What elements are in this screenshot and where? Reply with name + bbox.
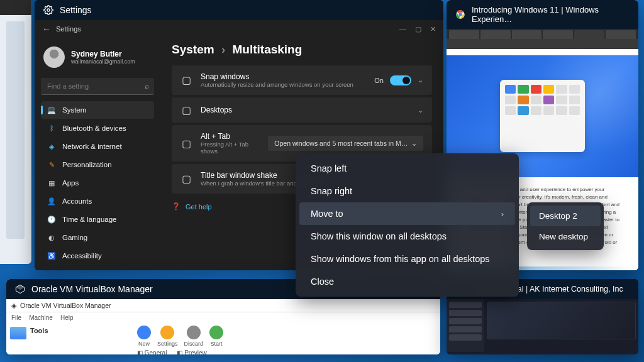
menu-item-file[interactable]: File bbox=[11, 314, 21, 321]
browser-tab-active[interactable] bbox=[574, 30, 604, 39]
browser-tab[interactable] bbox=[606, 30, 636, 39]
avatar bbox=[43, 47, 65, 68]
browser-tab[interactable] bbox=[543, 30, 573, 39]
tools-icon bbox=[10, 327, 26, 339]
inner-title-label: Oracle VM VirtualBox Manager bbox=[20, 302, 111, 309]
back-icon[interactable]: ← bbox=[42, 24, 51, 34]
context-item-show-this-window-on-all-desktops[interactable]: Show this window on all desktops bbox=[299, 225, 515, 248]
menu-item-help[interactable]: Help bbox=[60, 314, 74, 321]
context-item-snap-right[interactable]: Snap right bbox=[299, 180, 515, 202]
app-tile bbox=[531, 96, 541, 104]
app-tile bbox=[556, 85, 567, 94]
context-item-move-to[interactable]: Move to› bbox=[299, 202, 515, 225]
tab-general[interactable]: ◧ General bbox=[137, 349, 167, 354]
app-tile bbox=[518, 106, 528, 115]
context-item-snap-left[interactable]: Snap left bbox=[299, 157, 515, 180]
app-tile bbox=[505, 106, 516, 115]
window-header-edge: Introducing Windows 11 | Windows Experie… bbox=[447, 0, 638, 29]
nav-label: Network & internet bbox=[62, 143, 122, 150]
sidebar-item-apps[interactable]: ▦Apps bbox=[41, 174, 154, 192]
app-tile bbox=[531, 85, 541, 94]
menu-item-machine[interactable]: Machine bbox=[29, 314, 53, 321]
sidebar-item-privacy-security[interactable]: 🛡Privacy & security bbox=[41, 265, 154, 270]
discard-icon bbox=[187, 326, 201, 339]
slack-sidebar-item[interactable] bbox=[449, 326, 482, 332]
chevron-right-icon: › bbox=[501, 209, 504, 219]
tools-label[interactable]: Tools bbox=[30, 327, 48, 334]
sidebar-item-personalization[interactable]: ✎Personalization bbox=[41, 156, 154, 173]
nav-label: System bbox=[62, 106, 86, 114]
window-title: Oracle VM VirtualBox Manager bbox=[31, 284, 153, 294]
browser-toolbar bbox=[447, 39, 638, 49]
maximize-icon[interactable]: ▢ bbox=[415, 25, 421, 33]
close-icon[interactable]: ✕ bbox=[430, 25, 436, 33]
sidebar-item-network-internet[interactable]: ◈Network & internet bbox=[41, 138, 154, 155]
dropdown-select[interactable]: Open windows and 5 most recent tabs in M… bbox=[268, 136, 423, 151]
submenu-item-desktop-[interactable]: Desktop 2 bbox=[530, 206, 601, 226]
nav-icon: 🛡 bbox=[47, 270, 56, 270]
browser-url-bar[interactable] bbox=[447, 49, 638, 55]
settings-titlebar: ← Settings — ▢ ✕ bbox=[35, 20, 443, 38]
slack-sidebar-item[interactable] bbox=[449, 318, 482, 324]
user-profile[interactable]: Sydney Butler wallmaniacal@gmail.com bbox=[41, 43, 154, 72]
slack-sidebar-item[interactable] bbox=[449, 310, 482, 316]
setting-row[interactable]: ▢Desktops⌄ bbox=[172, 97, 432, 123]
browser-tab-strip bbox=[447, 29, 638, 39]
nav-icon: 👤 bbox=[47, 197, 56, 206]
submenu-item-new-desktop[interactable]: New desktop bbox=[530, 226, 601, 247]
sidebar-item-gaming[interactable]: ◐Gaming bbox=[41, 229, 154, 246]
action-label: Discard bbox=[184, 341, 204, 347]
settings-titlebar-label: Settings bbox=[56, 25, 81, 33]
app-tile bbox=[569, 96, 580, 104]
breadcrumb-root[interactable]: System bbox=[172, 43, 214, 56]
slack-sidebar-item[interactable] bbox=[449, 302, 482, 308]
search-icon[interactable]: ⌕ bbox=[145, 82, 149, 90]
app-tile bbox=[543, 85, 554, 94]
toolbar-button-start[interactable]: Start bbox=[209, 326, 223, 347]
user-email: wallmaniacal@gmail.com bbox=[71, 58, 135, 65]
settings-icon bbox=[160, 326, 174, 339]
context-label: Snap left bbox=[311, 163, 347, 173]
browser-tab[interactable] bbox=[512, 30, 542, 39]
tab-preview[interactable]: ◧ Preview bbox=[177, 349, 206, 354]
new-icon bbox=[137, 326, 151, 339]
virtualbox-icon bbox=[15, 284, 25, 294]
nav-icon: ᛒ bbox=[47, 124, 56, 133]
context-label: Show this window on all desktops bbox=[311, 231, 447, 241]
sidebar-item-accessibility[interactable]: ♿Accessibility bbox=[41, 247, 154, 265]
toolbar-button-settings[interactable]: Settings bbox=[157, 326, 178, 347]
help-icon: ❓ bbox=[172, 202, 180, 211]
toolbar-button-discard[interactable]: Discard bbox=[184, 326, 204, 347]
app-tile bbox=[543, 96, 554, 104]
svg-point-2 bbox=[458, 13, 462, 16]
context-item-close[interactable]: Close bbox=[299, 270, 515, 293]
nav-label: Accessibility bbox=[62, 252, 102, 260]
setting-row[interactable]: ▢Snap windowsAutomatically resize and ar… bbox=[172, 65, 432, 95]
browser-tab[interactable] bbox=[449, 30, 479, 39]
search-input[interactable] bbox=[41, 78, 154, 95]
sidebar-item-bluetooth-devices[interactable]: ᛒBluetooth & devices bbox=[41, 119, 154, 137]
slack-sidebar-item[interactable] bbox=[449, 334, 482, 341]
chevron-down-icon[interactable]: ⌄ bbox=[418, 106, 423, 114]
sidebar-item-time-language[interactable]: 🕐Time & language bbox=[41, 211, 154, 228]
app-tile bbox=[505, 96, 516, 104]
context-item-show-windows-from-this-app-on-all-desktops[interactable]: Show windows from this app on all deskto… bbox=[299, 248, 515, 270]
window-title: Introducing Windows 11 | Windows Experie… bbox=[472, 5, 630, 24]
toggle-switch[interactable] bbox=[390, 75, 411, 85]
svg-point-0 bbox=[47, 9, 50, 11]
nav-icon: ▦ bbox=[47, 178, 56, 187]
minimize-icon[interactable]: — bbox=[399, 25, 406, 33]
app-tile bbox=[556, 106, 567, 115]
browser-tab[interactable] bbox=[480, 30, 511, 39]
chevron-down-icon[interactable]: ⌄ bbox=[418, 76, 423, 84]
context-label: Snap right bbox=[311, 186, 352, 196]
windows-start-panel bbox=[500, 80, 585, 152]
move-to-submenu: Desktop 2New desktop bbox=[527, 202, 604, 250]
app-tile bbox=[569, 106, 580, 115]
setting-title: Desktops bbox=[201, 106, 409, 114]
setting-icon: ▢ bbox=[180, 138, 192, 149]
sidebar-item-accounts[interactable]: 👤Accounts bbox=[41, 192, 154, 210]
toolbar-button-new[interactable]: New bbox=[137, 326, 151, 347]
sidebar-item-system[interactable]: 💻System bbox=[41, 101, 154, 119]
setting-subtitle: Automatically resize and arrange windows… bbox=[201, 81, 365, 88]
